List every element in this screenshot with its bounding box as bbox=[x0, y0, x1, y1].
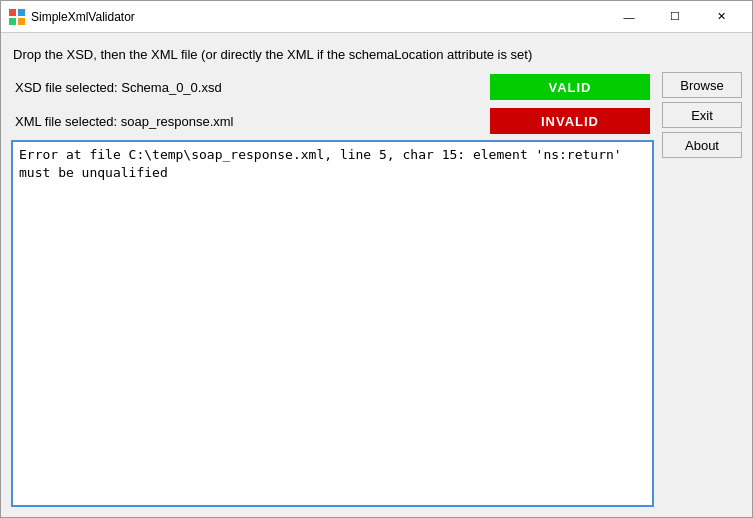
window-title: SimpleXmlValidator bbox=[31, 10, 606, 24]
error-output[interactable]: Error at file C:\temp\soap_response.xml,… bbox=[11, 140, 654, 507]
maximize-button[interactable]: ☐ bbox=[652, 1, 698, 33]
instruction-text: Drop the XSD, then the XML file (or dire… bbox=[11, 43, 742, 66]
xsd-file-label: XSD file selected: Schema_0_0.xsd bbox=[15, 80, 222, 95]
about-button[interactable]: About bbox=[662, 132, 742, 158]
svg-rect-3 bbox=[18, 18, 25, 25]
app-icon bbox=[9, 9, 25, 25]
minimize-button[interactable]: — bbox=[606, 1, 652, 33]
xml-status-badge: INVALID bbox=[490, 108, 650, 134]
xsd-file-row: XSD file selected: Schema_0_0.xsd VALID bbox=[11, 72, 654, 102]
svg-rect-0 bbox=[9, 9, 16, 16]
svg-rect-2 bbox=[9, 18, 16, 25]
content-area: Drop the XSD, then the XML file (or dire… bbox=[1, 33, 752, 517]
svg-rect-1 bbox=[18, 9, 25, 16]
exit-button[interactable]: Exit bbox=[662, 102, 742, 128]
main-layout: XSD file selected: Schema_0_0.xsd VALID … bbox=[11, 72, 742, 507]
left-section: XSD file selected: Schema_0_0.xsd VALID … bbox=[11, 72, 654, 507]
main-window: SimpleXmlValidator — ☐ ✕ Drop the XSD, t… bbox=[0, 0, 753, 518]
browse-button[interactable]: Browse bbox=[662, 72, 742, 98]
close-button[interactable]: ✕ bbox=[698, 1, 744, 33]
xml-file-label: XML file selected: soap_response.xml bbox=[15, 114, 233, 129]
right-section: Browse Exit About bbox=[662, 72, 742, 507]
title-bar: SimpleXmlValidator — ☐ ✕ bbox=[1, 1, 752, 33]
xml-file-row: XML file selected: soap_response.xml INV… bbox=[11, 106, 654, 136]
window-controls: — ☐ ✕ bbox=[606, 1, 744, 33]
xsd-status-badge: VALID bbox=[490, 74, 650, 100]
